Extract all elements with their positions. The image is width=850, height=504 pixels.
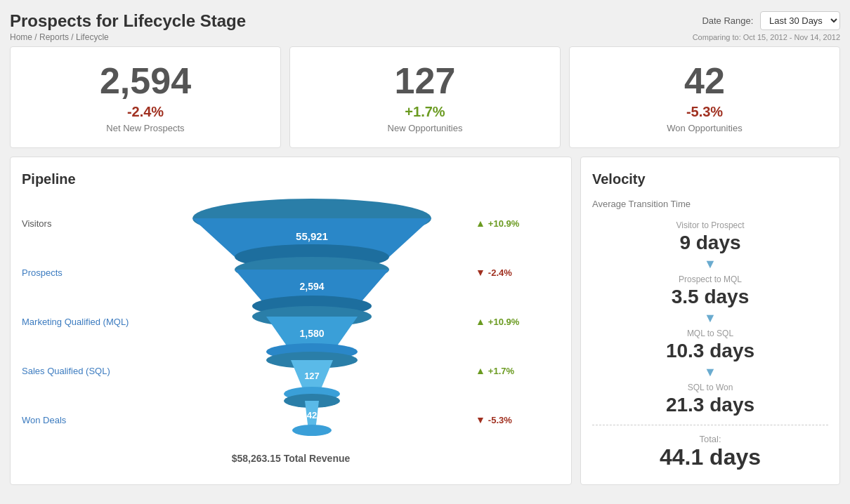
velocity-items: Visitor to Prospect 9 days ▼ Prospect to… (592, 220, 828, 470)
funnel-metric-visitors: ▲ +10.9% (476, 199, 560, 248)
funnel-label-sql: Sales Qualified (SQL) (22, 346, 148, 395)
funnel-label-won-deals: Won Deals (22, 395, 148, 444)
velocity-label-1: Prospect to MQL (592, 274, 828, 284)
velocity-item-0: Visitor to Prospect 9 days (592, 220, 828, 254)
velocity-item-2: MQL to SQL 10.3 days (592, 329, 828, 362)
sql-metric: +1.7% (488, 366, 514, 376)
date-range-control: Date Range: Last 30 Days Last 7 Days Las… (693, 11, 840, 30)
velocity-total-label: Total: (699, 434, 721, 444)
date-range-label: Date Range: (702, 15, 753, 26)
pipeline-title: Pipeline (22, 171, 560, 187)
funnel-labels-left: Visitors Prospects Marketing Qualified (… (22, 199, 148, 444)
summary-row: 2,594 -2.4% Net New Prospects 127 +1.7% … (10, 46, 840, 148)
velocity-days-0: 9 days (592, 232, 828, 254)
velocity-label-3: SQL to Won (592, 383, 828, 392)
svg-text:127: 127 (304, 371, 320, 381)
velocity-divider (592, 425, 828, 425)
won-deals-arrow-icon: ▼ (476, 414, 485, 425)
won-opportunities-change: -5.3% (581, 104, 828, 120)
mql-metric: +10.9% (488, 317, 519, 327)
svg-text:1,580: 1,580 (299, 328, 324, 339)
funnel-metric-mql: ▲ +10.9% (476, 297, 560, 346)
sql-link[interactable]: Sales Qualified (SQL) (22, 366, 110, 376)
velocity-arrow-1-icon: ▼ (704, 311, 717, 326)
funnel-metric-sql: ▲ +1.7% (476, 346, 560, 395)
date-range-section: Date Range: Last 30 Days Last 7 Days Las… (693, 11, 840, 41)
won-opportunities-label: Won Opportunities (581, 123, 828, 133)
funnel-metrics-right: ▲ +10.9% ▼ -2.4% ▲ +10.9% ▲ +1.7% (476, 199, 560, 444)
visitors-metric: +10.9% (488, 218, 519, 229)
breadcrumb: Home / Reports / Lifecycle (10, 32, 246, 42)
velocity-arrow-0-icon: ▼ (704, 257, 717, 272)
summary-card-won-opportunities: 42 -5.3% Won Opportunities (569, 46, 840, 148)
summary-card-net-new-prospects: 2,594 -2.4% Net New Prospects (10, 46, 281, 148)
velocity-label-0: Visitor to Prospect (592, 220, 828, 230)
mql-link[interactable]: Marketing Qualified (MQL) (22, 317, 129, 327)
pipeline-card: Pipeline Visitors Prospects Marketing Qu… (10, 157, 572, 485)
header-left: Prospects for Lifecycle Stage Home / Rep… (10, 11, 246, 42)
won-opportunities-number: 42 (581, 61, 828, 101)
velocity-card: Velocity Average Transition Time Visitor… (580, 157, 840, 485)
velocity-item-3: SQL to Won 21.3 days (592, 383, 828, 416)
funnel-label-prospects: Prospects (22, 248, 148, 297)
svg-point-18 (292, 425, 332, 436)
prospects-link[interactable]: Prospects (22, 267, 63, 278)
velocity-title: Velocity (592, 171, 828, 187)
total-revenue: $58,263.15 Total Revenue (22, 453, 560, 464)
funnel-label-mql: Marketing Qualified (MQL) (22, 297, 148, 346)
comparing-text: Comparing to: Oct 15, 2012 - Nov 14, 201… (693, 33, 840, 41)
velocity-total-days: 44.1 days (660, 444, 761, 470)
funnel-area: Visitors Prospects Marketing Qualified (… (22, 199, 560, 444)
mql-arrow-icon: ▲ (476, 316, 485, 327)
velocity-subtitle: Average Transition Time (592, 199, 828, 209)
new-opportunities-label: New Opportunities (301, 123, 549, 133)
new-opportunities-number: 127 (301, 61, 549, 101)
funnel-label-visitors: Visitors (22, 199, 148, 248)
prospects-metric: -2.4% (488, 267, 512, 278)
svg-text:2,594: 2,594 (299, 281, 324, 292)
won-deals-metric: -5.3% (488, 415, 512, 425)
velocity-label-2: MQL to SQL (592, 329, 828, 338)
svg-text:55,921: 55,921 (296, 230, 328, 242)
net-new-prospects-change: -2.4% (22, 104, 269, 120)
velocity-days-2: 10.3 days (592, 340, 828, 362)
velocity-days-3: 21.3 days (592, 394, 828, 416)
date-range-select[interactable]: Last 30 Days Last 7 Days Last 90 Days Th… (760, 11, 840, 30)
funnel-svg: 55,921 2,594 1,580 (185, 199, 438, 444)
velocity-days-1: 3.5 days (592, 286, 828, 308)
visitors-arrow-icon: ▲ (476, 218, 485, 229)
main-row: Pipeline Visitors Prospects Marketing Qu… (10, 157, 840, 485)
funnel-metric-prospects: ▼ -2.4% (476, 248, 560, 297)
svg-text:42: 42 (307, 410, 317, 420)
net-new-prospects-label: Net New Prospects (22, 123, 269, 133)
page-wrapper: Prospects for Lifecycle Stage Home / Rep… (0, 0, 850, 504)
velocity-item-1: Prospect to MQL 3.5 days (592, 274, 828, 308)
page-header: Prospects for Lifecycle Stage Home / Rep… (10, 11, 840, 42)
page-title: Prospects for Lifecycle Stage (10, 11, 246, 31)
new-opportunities-change: +1.7% (301, 104, 549, 120)
summary-card-new-opportunities: 127 +1.7% New Opportunities (289, 46, 561, 148)
sql-arrow-icon: ▲ (476, 365, 485, 376)
funnel-svg-container: 55,921 2,594 1,580 (148, 199, 476, 444)
net-new-prospects-number: 2,594 (22, 61, 269, 101)
funnel-metric-won-deals: ▼ -5.3% (476, 395, 560, 444)
velocity-arrow-2-icon: ▼ (704, 365, 717, 380)
prospects-arrow-icon: ▼ (476, 267, 485, 278)
won-deals-link[interactable]: Won Deals (22, 415, 66, 425)
